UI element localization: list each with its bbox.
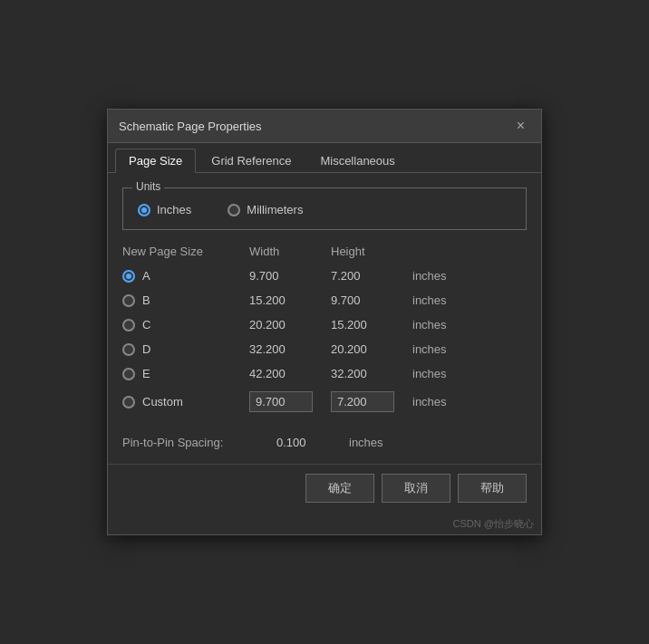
tabs-container: Page Size Grid Reference Miscellaneous xyxy=(108,143,541,173)
radio-E xyxy=(122,368,135,380)
col-height: Height xyxy=(331,245,412,258)
radio-custom xyxy=(122,396,135,409)
title-bar: Schematic Page Properties × xyxy=(108,110,541,143)
unit-D: inches xyxy=(412,342,485,356)
radio-D xyxy=(122,343,135,356)
size-name-B: B xyxy=(142,293,150,307)
width-B: 15.200 xyxy=(249,293,331,307)
size-radio-A[interactable]: A xyxy=(122,269,249,283)
size-radio-D[interactable]: D xyxy=(122,342,249,356)
col-unit xyxy=(412,245,485,258)
table-row: D 32.200 20.200 inches xyxy=(122,337,527,361)
width-E: 42.200 xyxy=(249,367,331,380)
dialog: Schematic Page Properties × Page Size Gr… xyxy=(107,109,542,535)
millimeters-radio[interactable]: Millimeters xyxy=(228,203,303,216)
width-C: 20.200 xyxy=(249,318,331,332)
width-D: 32.200 xyxy=(249,342,331,356)
size-name-E: E xyxy=(142,367,150,380)
size-name-D: D xyxy=(142,342,150,356)
width-A: 9.700 xyxy=(249,269,331,283)
inches-radio-circle xyxy=(138,204,150,216)
radio-C xyxy=(122,319,135,332)
tab-page-size[interactable]: Page Size xyxy=(115,149,196,173)
height-B: 9.700 xyxy=(331,293,412,307)
pin-spacing-value: 0.100 xyxy=(267,436,349,449)
tab-miscellaneous[interactable]: Miscellaneous xyxy=(306,149,408,172)
unit-custom: inches xyxy=(412,395,485,409)
unit-E: inches xyxy=(412,367,485,380)
col-width: Width xyxy=(249,245,331,258)
tab-grid-reference[interactable]: Grid Reference xyxy=(198,149,305,172)
footer: 确定 取消 帮助 xyxy=(108,464,541,515)
height-E: 32.200 xyxy=(331,367,412,380)
watermark: CSDN @怡步晓心 xyxy=(108,515,541,534)
units-group: Units Inches Millimeters xyxy=(122,187,527,230)
custom-width-input[interactable] xyxy=(249,391,313,412)
height-D: 20.200 xyxy=(331,342,412,356)
pin-spacing-unit: inches xyxy=(349,436,383,449)
mm-label: Millimeters xyxy=(247,203,303,216)
cancel-button[interactable]: 取消 xyxy=(382,474,450,503)
size-name-C: C xyxy=(142,318,150,332)
unit-A: inches xyxy=(412,269,485,283)
pin-spacing-label: Pin-to-Pin Spacing: xyxy=(122,436,267,449)
tab-content: Units Inches Millimeters New Page Size W… xyxy=(108,173,541,464)
table-header: New Page Size Width Height xyxy=(122,245,527,264)
unit-C: inches xyxy=(412,318,485,332)
close-button[interactable]: × xyxy=(511,117,530,135)
pin-spacing-row: Pin-to-Pin Spacing: 0.100 inches xyxy=(122,430,527,449)
table-row: B 15.200 9.700 inches xyxy=(122,288,527,312)
help-button[interactable]: 帮助 xyxy=(458,474,527,503)
size-name-A: A xyxy=(142,269,150,283)
dialog-title: Schematic Page Properties xyxy=(119,120,262,133)
mm-radio-circle xyxy=(228,204,240,216)
units-label: Units xyxy=(132,180,164,193)
inches-radio[interactable]: Inches xyxy=(138,203,191,216)
size-radio-custom[interactable]: Custom xyxy=(122,395,249,409)
size-radio-B[interactable]: B xyxy=(122,293,249,307)
table-row: A 9.700 7.200 inches xyxy=(122,264,527,288)
radio-B xyxy=(122,294,135,307)
custom-height-input[interactable] xyxy=(331,391,394,412)
confirm-button[interactable]: 确定 xyxy=(305,474,374,503)
height-C: 15.200 xyxy=(331,318,412,332)
page-size-table: New Page Size Width Height A 9.700 7.200… xyxy=(122,245,527,418)
radio-A xyxy=(122,270,135,283)
size-radio-C[interactable]: C xyxy=(122,318,249,332)
unit-B: inches xyxy=(412,293,485,307)
col-name: New Page Size xyxy=(122,245,249,258)
size-name-custom: Custom xyxy=(142,395,183,409)
table-row: E 42.200 32.200 inches xyxy=(122,361,527,386)
table-row: C 20.200 15.200 inches xyxy=(122,312,527,337)
units-radio-row: Inches Millimeters xyxy=(138,197,511,216)
inches-label: Inches xyxy=(157,203,191,216)
height-A: 7.200 xyxy=(331,269,412,283)
size-radio-E[interactable]: E xyxy=(122,367,249,380)
table-row: Custom inches xyxy=(122,386,527,418)
